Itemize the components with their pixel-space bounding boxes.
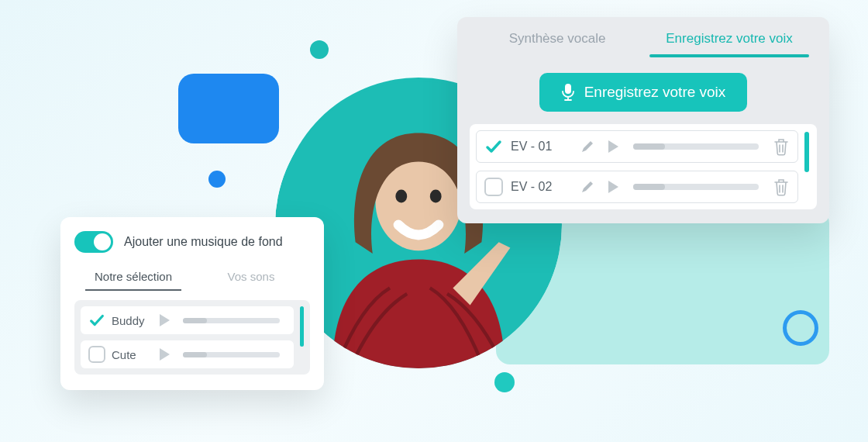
svg-point-3 <box>430 189 442 202</box>
music-progress[interactable] <box>183 318 280 323</box>
recording-row: EV - 01 <box>476 130 798 163</box>
music-toggle-label: Ajouter une musique de fond <box>124 235 283 249</box>
svg-rect-4 <box>565 84 571 94</box>
scrollbar[interactable] <box>300 306 304 347</box>
delete-icon[interactable] <box>773 137 790 156</box>
music-label: Buddy <box>112 314 152 327</box>
music-checkbox[interactable] <box>88 312 105 329</box>
music-row: Cute <box>81 340 294 368</box>
recordings-list: EV - 01 EV - 02 <box>476 130 798 203</box>
edit-icon[interactable] <box>580 140 594 154</box>
music-toggle-row: Ajouter une musique de fond <box>74 231 310 253</box>
bg-dot-blue <box>208 171 226 188</box>
record-button-label: Enregistrez votre voix <box>584 84 726 101</box>
recordings-container: EV - 01 EV - 02 <box>470 124 817 209</box>
play-icon[interactable] <box>607 140 619 154</box>
music-toggle[interactable] <box>74 231 113 253</box>
bg-dot-teal-2 <box>494 372 515 392</box>
check-icon <box>484 137 503 156</box>
tab-tts[interactable]: Synthèse vocale <box>471 17 643 57</box>
music-checkbox[interactable] <box>88 346 105 363</box>
tab-our-selection[interactable]: Notre sélection <box>74 264 192 291</box>
recording-checkbox[interactable] <box>484 137 503 156</box>
play-icon[interactable] <box>607 180 619 194</box>
recording-row: EV - 02 <box>476 171 798 203</box>
music-list-container: Buddy Cute <box>74 300 310 375</box>
bg-dot-teal <box>310 40 329 59</box>
recording-label: EV - 01 <box>511 140 573 154</box>
check-icon <box>88 311 105 330</box>
recording-label: EV - 02 <box>511 180 573 194</box>
play-icon[interactable] <box>158 347 170 361</box>
music-tabs: Notre sélection Vos sons <box>74 264 310 291</box>
music-panel: Ajouter une musique de fond Notre sélect… <box>60 217 324 390</box>
delete-icon[interactable] <box>773 178 790 196</box>
tab-your-sounds[interactable]: Vos sons <box>192 264 310 291</box>
play-icon[interactable] <box>158 313 170 327</box>
record-voice-button[interactable]: Enregistrez votre voix <box>539 73 748 112</box>
music-row: Buddy <box>81 306 294 334</box>
edit-icon[interactable] <box>580 180 594 194</box>
voice-record-panel: Synthèse vocale Enregistrez votre voix E… <box>457 17 829 223</box>
recording-progress[interactable] <box>633 184 759 190</box>
bg-ring-blue <box>783 310 818 346</box>
music-label: Cute <box>112 348 152 361</box>
microphone-icon <box>561 84 575 101</box>
scrollbar[interactable] <box>804 132 809 172</box>
music-progress[interactable] <box>183 352 280 357</box>
bg-blue-blob <box>178 74 279 143</box>
svg-point-2 <box>395 189 407 202</box>
recording-progress[interactable] <box>633 143 759 150</box>
music-list: Buddy Cute <box>81 306 294 368</box>
tab-record-voice[interactable]: Enregistrez votre voix <box>643 17 815 57</box>
recording-checkbox[interactable] <box>484 178 503 196</box>
voice-tabs: Synthèse vocale Enregistrez votre voix <box>457 17 829 57</box>
